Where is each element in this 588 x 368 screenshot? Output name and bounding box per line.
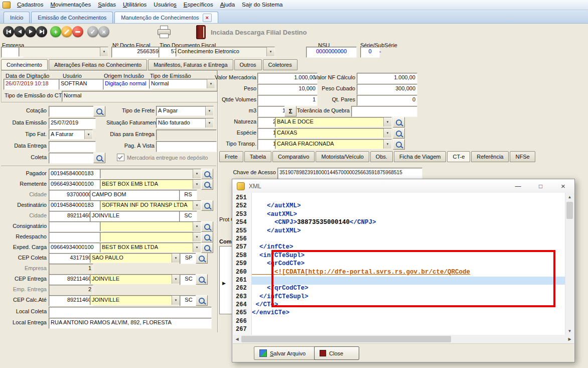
chevron-down-icon[interactable]: ▼: [193, 201, 201, 210]
tab-manifestos[interactable]: Manifestos, Faturas e Entrega: [148, 59, 233, 70]
coleta-input[interactable]: [49, 153, 96, 164]
chevron-down-icon[interactable]: ▼: [172, 275, 180, 284]
tab-nfse[interactable]: NFSe: [510, 151, 535, 162]
chevron-down-icon[interactable]: ▼: [193, 222, 201, 231]
chevron-down-icon[interactable]: ▼: [84, 130, 92, 139]
consignatario-code-input[interactable]: [49, 221, 103, 232]
book-icon[interactable]: [196, 25, 206, 39]
pagador-search-button[interactable]: [201, 169, 213, 179]
destinatario-search-button[interactable]: [201, 200, 213, 211]
tab-referencia[interactable]: Referência: [471, 151, 509, 162]
menu-especificos[interactable]: Específicos: [180, 1, 217, 9]
tab-alteracoes[interactable]: Alterações Feitas no Conhecimento: [49, 59, 147, 70]
scrollbar-thumb[interactable]: [566, 202, 573, 219]
tipo-doc-combo[interactable]: Conhecimento Eletronico▼: [176, 47, 275, 57]
menu-cadastros[interactable]: Cadastros: [14, 1, 47, 9]
tipo-transp-search-button[interactable]: [393, 139, 405, 150]
chevron-down-icon[interactable]: ▼: [193, 180, 201, 189]
chevron-down-icon[interactable]: ▼: [172, 296, 180, 305]
menu-saidas[interactable]: Saídas: [94, 1, 119, 9]
xml-dialog-titlebar[interactable]: XML — □ ×: [232, 179, 574, 193]
empresa-combo[interactable]: ▼: [19, 47, 108, 57]
m3-input[interactable]: 1: [257, 106, 287, 117]
cep-calc-code-input[interactable]: 89211460: [49, 295, 93, 306]
chevron-down-icon[interactable]: ▼: [193, 232, 201, 241]
cidade2-uf-input[interactable]: SC: [179, 211, 197, 222]
data-emissao-input[interactable]: 25/07/2019: [49, 118, 96, 129]
especie-search-button[interactable]: [393, 128, 405, 139]
delete-record-button[interactable]: [72, 26, 83, 37]
confirm-button[interactable]: ✓: [87, 26, 98, 37]
cidade2-code-input[interactable]: 89211460: [49, 211, 93, 222]
close-dialog-button[interactable]: Close: [314, 346, 359, 360]
consignatario-search-button[interactable]: [201, 221, 213, 232]
cep-coleta-combo[interactable]: SAO PAULO▼: [90, 253, 180, 263]
cancel-button[interactable]: ×: [98, 26, 109, 37]
chevron-down-icon[interactable]: ▼: [383, 129, 391, 138]
local-entrega-input[interactable]: RUA ANTONIO RAMOS ALVIM, 892, FLORESTA: [49, 318, 212, 329]
scroll-down-icon[interactable]: ▼: [565, 327, 574, 335]
chevron-down-icon[interactable]: ▼: [172, 254, 180, 263]
nsu-input[interactable]: 0000000000: [306, 47, 357, 58]
scroll-right-icon[interactable]: ▶: [565, 335, 574, 343]
redespacho-code-input[interactable]: [49, 232, 103, 243]
mercadoria-checkbox[interactable]: Mercadoria entregue no depósito: [117, 154, 208, 161]
valor-mercadoria-input[interactable]: 1.000,00: [257, 73, 318, 84]
cidade1-code-input[interactable]: 93700000: [49, 190, 93, 201]
especie-combo[interactable]: CAIXAS▼: [275, 128, 392, 138]
cep-entrega-search-button[interactable]: [196, 274, 208, 285]
cidade2-input[interactable]: JOINVILLE: [90, 211, 183, 222]
menu-sair[interactable]: Sair do Sistema: [238, 1, 286, 9]
chevron-down-icon[interactable]: ▼: [266, 47, 274, 56]
tab-cte[interactable]: CT-e: [447, 151, 470, 162]
tipo-emissao-combo[interactable]: Normal▼: [149, 79, 215, 89]
consignatario-combo[interactable]: ▼: [100, 221, 201, 231]
tolerancia-input[interactable]: [351, 106, 417, 117]
edit-record-button[interactable]: [61, 26, 72, 37]
menu-usuarios[interactable]: Usuários: [150, 1, 180, 9]
exped-carga-code-input[interactable]: 09664934000100: [49, 242, 103, 254]
remetente-combo[interactable]: BEST BOX EMB LTDA▼: [100, 179, 201, 189]
maximize-button[interactable]: □: [529, 179, 552, 193]
exped-carga-combo[interactable]: BEST BOX EMB LTDA▼: [100, 242, 201, 253]
minimize-button[interactable]: —: [507, 179, 529, 193]
remetente-search-button[interactable]: [201, 179, 213, 190]
coleta-search-button[interactable]: [93, 153, 105, 163]
peso-input[interactable]: 10,000: [257, 84, 318, 95]
natureza-combo[interactable]: BALA E DOCE▼: [275, 117, 392, 127]
valor-nf-input[interactable]: 1.000,00: [357, 73, 417, 84]
data-entrega-input[interactable]: [49, 141, 96, 152]
chevron-down-icon[interactable]: ▼: [193, 169, 201, 178]
tab-frete[interactable]: Frete: [219, 151, 243, 162]
tab-tabela[interactable]: Tabela: [244, 151, 271, 162]
cidade1-input[interactable]: CAMPO BOM: [90, 190, 183, 201]
print-button[interactable]: [157, 26, 170, 38]
cep-calc-uf-input[interactable]: SC: [180, 295, 198, 306]
vertical-scrollbar[interactable]: ▲ ▼: [565, 193, 574, 335]
tab-inicio[interactable]: Início: [4, 12, 30, 23]
add-record-button[interactable]: +: [50, 26, 61, 37]
tab-conhecimento[interactable]: Conhecimento: [1, 59, 48, 70]
tab-obs[interactable]: Obs.: [370, 151, 393, 162]
cotacao-input[interactable]: [49, 106, 96, 117]
chevron-down-icon[interactable]: ▼: [383, 117, 391, 127]
tab-coletores[interactable]: Coletores: [263, 59, 298, 70]
tab-outros[interactable]: Outros: [234, 59, 262, 70]
tipo-transp-combo[interactable]: CARGA FRACIONADA▼: [275, 139, 392, 149]
horizontal-scrollbar[interactable]: ◀ ▶: [233, 335, 574, 343]
tab-close-icon[interactable]: ×: [203, 14, 212, 22]
cep-entrega-uf-input[interactable]: SC: [180, 274, 198, 285]
cotacao-search-button[interactable]: [93, 106, 105, 116]
qt-pares-input[interactable]: 0: [357, 95, 417, 106]
docto-fiscal-input[interactable]: 2566359: [111, 47, 161, 58]
menu-ajuda[interactable]: Ajuda: [217, 1, 238, 9]
next-record-button[interactable]: [25, 26, 36, 37]
serie-input[interactable]: 0: [360, 47, 380, 58]
destinatario-code-input[interactable]: 00194584000183: [49, 200, 103, 211]
tab-motorista-veiculo[interactable]: Motorista/Veículo: [316, 151, 369, 162]
exped-carga-search-button[interactable]: [201, 242, 213, 253]
first-record-button[interactable]: [3, 26, 14, 37]
previous-record-button[interactable]: [14, 26, 25, 37]
tipo-fat-combo[interactable]: A Faturar▼: [49, 130, 93, 140]
menu-utilitarios[interactable]: Utilitários: [119, 1, 150, 9]
